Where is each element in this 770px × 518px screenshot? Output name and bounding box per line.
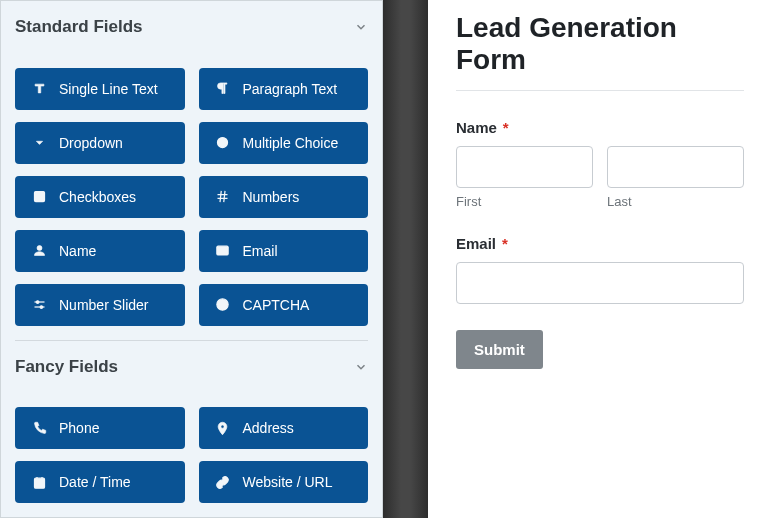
svg-point-10 — [36, 301, 39, 304]
first-name-sublabel: First — [456, 194, 593, 209]
required-mark: * — [502, 235, 508, 252]
field-numbers[interactable]: Numbers — [199, 176, 369, 218]
link-icon — [213, 475, 233, 490]
check-icon — [29, 189, 49, 204]
field-label: Checkboxes — [59, 189, 136, 205]
email-field-block: Email * — [456, 235, 744, 304]
field-dropdown[interactable]: Dropdown — [15, 122, 185, 164]
radio-icon — [213, 135, 233, 150]
calendar-icon — [29, 475, 49, 490]
panel-gutter — [383, 0, 428, 518]
field-label: Email — [243, 243, 278, 259]
svg-point-1 — [221, 141, 225, 145]
text-icon — [29, 81, 49, 96]
standard-fields-grid: Single Line Text Paragraph Text Dropdown… — [1, 54, 382, 340]
svg-point-11 — [40, 306, 43, 309]
field-label: Name — [59, 243, 96, 259]
field-multiple-choice[interactable]: Multiple Choice — [199, 122, 369, 164]
title-divider — [456, 90, 744, 91]
last-name-input[interactable] — [607, 146, 744, 188]
field-label: Multiple Choice — [243, 135, 339, 151]
field-label: Dropdown — [59, 135, 123, 151]
section-header-fancy[interactable]: Fancy Fields — [1, 340, 382, 393]
hash-icon — [213, 189, 233, 204]
svg-point-13 — [222, 307, 223, 308]
field-captcha[interactable]: CAPTCHA — [199, 284, 369, 326]
svg-line-5 — [220, 191, 221, 202]
field-label: Phone — [59, 420, 99, 436]
email-input[interactable] — [456, 262, 744, 304]
svg-rect-14 — [34, 478, 44, 488]
field-checkboxes[interactable]: Checkboxes — [15, 176, 185, 218]
field-label: Paragraph Text — [243, 81, 338, 97]
field-paragraph-text[interactable]: Paragraph Text — [199, 68, 369, 110]
submit-label: Submit — [474, 341, 525, 358]
field-label: Number Slider — [59, 297, 148, 313]
field-label: CAPTCHA — [243, 297, 310, 313]
caret-down-icon — [29, 135, 49, 150]
field-label: Single Line Text — [59, 81, 158, 97]
section-title: Standard Fields — [15, 17, 143, 37]
label-text: Name — [456, 119, 497, 136]
field-label: Numbers — [243, 189, 300, 205]
first-name-input[interactable] — [456, 146, 593, 188]
submit-button[interactable]: Submit — [456, 330, 543, 369]
help-icon — [213, 297, 233, 312]
section-title: Fancy Fields — [15, 357, 118, 377]
name-label: Name * — [456, 119, 744, 136]
form-title: Lead Generation Form — [456, 12, 744, 76]
fields-sidebar: Standard Fields Single Line Text Paragra… — [0, 0, 383, 518]
field-website-url[interactable]: Website / URL — [199, 461, 369, 503]
form-preview: Lead Generation Form Name * First Last E… — [428, 0, 770, 518]
sliders-icon — [29, 297, 49, 312]
section-header-standard[interactable]: Standard Fields — [1, 1, 382, 54]
field-email[interactable]: Email — [199, 230, 369, 272]
fancy-fields-grid: Phone Address Date / Time Website / URL — [1, 393, 382, 517]
field-address[interactable]: Address — [199, 407, 369, 449]
chevron-down-icon — [354, 360, 368, 374]
user-icon — [29, 243, 49, 258]
field-date-time[interactable]: Date / Time — [15, 461, 185, 503]
email-label: Email * — [456, 235, 744, 252]
required-mark: * — [503, 119, 509, 136]
phone-icon — [29, 421, 49, 436]
field-label: Website / URL — [243, 474, 333, 490]
name-field-block: Name * First Last — [456, 119, 744, 209]
field-label: Address — [243, 420, 294, 436]
svg-line-6 — [224, 191, 225, 202]
mail-icon — [213, 243, 233, 258]
field-name[interactable]: Name — [15, 230, 185, 272]
field-single-line-text[interactable]: Single Line Text — [15, 68, 185, 110]
paragraph-icon — [213, 81, 233, 96]
field-phone[interactable]: Phone — [15, 407, 185, 449]
field-label: Date / Time — [59, 474, 131, 490]
chevron-down-icon — [354, 20, 368, 34]
last-name-sublabel: Last — [607, 194, 744, 209]
field-number-slider[interactable]: Number Slider — [15, 284, 185, 326]
label-text: Email — [456, 235, 496, 252]
pin-icon — [213, 421, 233, 436]
